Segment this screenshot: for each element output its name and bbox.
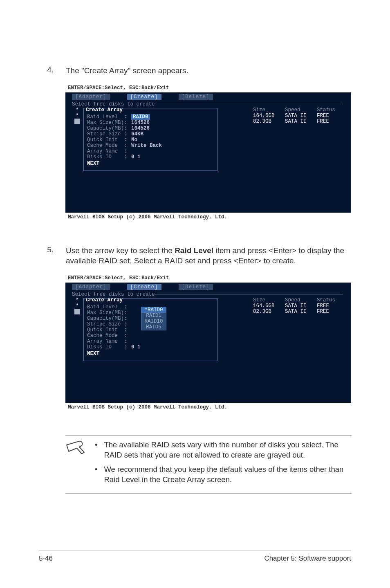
raid-level-dropdown: *RAID0 RAID1 RAID10 RAID5 xyxy=(141,307,166,330)
raid-option-raid10: RAID10 xyxy=(141,319,166,324)
col-size: Size xyxy=(253,107,285,113)
quick-init-label: Quick Init : xyxy=(87,327,131,333)
next-action: NEXT xyxy=(87,351,215,357)
page-footer: 5-46 Chapter 5: Software support xyxy=(39,550,351,563)
disk-select-column: * * xyxy=(71,107,83,171)
table-row: 82.3GB SATA II FREE xyxy=(253,309,341,314)
note-bullet-2: • We recommend that you keep the default… xyxy=(95,465,352,485)
raid-option-raid0: *RAID0 xyxy=(141,307,166,313)
cache-mode-label: Cache Mode : xyxy=(87,333,131,339)
bullet-icon: • xyxy=(95,440,97,460)
bios-footer: Marvell BIOS Setup (c) 2006 Marvell Tech… xyxy=(65,213,351,221)
disk-unselected-icon xyxy=(74,119,80,124)
col-speed: Speed xyxy=(285,107,317,113)
col-status: Status xyxy=(317,297,341,303)
quick-init-value: No xyxy=(131,137,137,143)
raid-option-raid1: RAID1 xyxy=(141,313,166,319)
tab-create: [Create] xyxy=(127,284,161,290)
disks-id-label: Disks ID : xyxy=(87,154,131,160)
disk-unselected-icon xyxy=(74,309,80,314)
raid-option-raid5: RAID5 xyxy=(141,324,166,330)
note-bullet-1: • The available RAID sets vary with the … xyxy=(95,440,352,460)
bios-footer: Marvell BIOS Setup (c) 2006 Marvell Tech… xyxy=(65,403,351,411)
bios-hint-bar: ENTER/SPACE:Select, ESC:Back/Exit xyxy=(65,84,351,92)
stripe-size-label: Stripe Size : xyxy=(87,321,131,327)
tab-adapter: [Adapter] xyxy=(72,284,110,290)
bios-tabs: [Adapter] [Create] [Delete] xyxy=(65,283,351,291)
max-size-label: Max Size(MB): xyxy=(87,310,131,316)
step-number: 5. xyxy=(39,245,54,266)
capacity-label: Capacity(MB): xyxy=(87,126,131,131)
col-size: Size xyxy=(253,297,285,303)
disks-id-value: 0 1 xyxy=(131,344,141,350)
tab-delete: [Delete] xyxy=(179,94,213,100)
capacity-value: 164526 xyxy=(131,126,150,131)
disk-select-column: * * xyxy=(71,297,83,361)
bios-tabs: [Adapter] [Create] [Delete] xyxy=(65,92,351,101)
bios-subheader: Select free disks to create xyxy=(65,291,351,297)
note-block: • The available RAID sets vary with the … xyxy=(65,435,352,494)
stripe-size-value: 64KB xyxy=(131,131,143,137)
step-4: 4. The "Create Array" screen appears. xyxy=(39,65,351,76)
next-action: NEXT xyxy=(87,161,215,166)
disks-id-label: Disks ID : xyxy=(87,344,131,350)
page-number: 5-46 xyxy=(39,554,53,563)
disks-id-value: 0 1 xyxy=(131,154,141,160)
max-size-value: 164526 xyxy=(131,120,150,126)
table-row: 82.3GB SATA II FREE xyxy=(253,119,341,124)
step-number: 4. xyxy=(39,65,54,76)
table-row: 164.6GB SATA II FREE xyxy=(253,113,341,119)
bios-hint-bar: ENTER/SPACE:Select, ESC:Back/Exit xyxy=(65,274,351,283)
disk-selected-icon: * xyxy=(71,303,83,309)
raid-level-label: Raid Level : xyxy=(87,114,131,120)
disk-table: Size Speed Status 164.6GB SATA II FREE 8… xyxy=(253,297,345,361)
step-text: Use the arrow key to select the Raid Lev… xyxy=(66,245,351,266)
note-icon xyxy=(65,440,86,489)
bios-subheader: Select free disks to create xyxy=(65,101,351,107)
tab-delete: [Delete] xyxy=(179,284,213,290)
quick-init-label: Quick Init : xyxy=(87,137,131,143)
create-array-panel: Raid Level :RAID0 Max Size(MB):164526 Ca… xyxy=(83,108,217,171)
disk-selected-icon: * xyxy=(71,297,83,303)
max-size-label: Max Size(MB): xyxy=(87,120,131,126)
col-status: Status xyxy=(317,107,341,113)
raid-level-label: Raid Level : xyxy=(87,304,131,310)
capacity-label: Capacity(MB): xyxy=(87,316,131,321)
col-speed: Speed xyxy=(285,297,317,303)
bios-screenshot-1: ENTER/SPACE:Select, ESC:Back/Exit [Adapt… xyxy=(65,84,351,221)
bullet-icon: • xyxy=(95,465,97,485)
step-text: The "Create Array" screen appears. xyxy=(66,65,351,76)
array-name-label: Array Name : xyxy=(87,148,131,154)
cache-mode-label: Cache Mode : xyxy=(87,143,131,148)
tab-adapter: [Adapter] xyxy=(72,94,110,100)
bios-screenshot-2: ENTER/SPACE:Select, ESC:Back/Exit [Adapt… xyxy=(65,274,351,411)
step-5: 5. Use the arrow key to select the Raid … xyxy=(39,245,351,266)
tab-create: [Create] xyxy=(127,94,161,100)
raid-level-value: RAID0 xyxy=(131,114,150,120)
disk-table: Size Speed Status 164.6GB SATA II FREE 8… xyxy=(253,107,345,171)
table-row: 164.6GB SATA II FREE xyxy=(253,303,341,309)
stripe-size-label: Stripe Size : xyxy=(87,131,131,137)
chapter-title: Chapter 5: Software support xyxy=(264,554,351,563)
cache-mode-value: Write Back xyxy=(131,143,162,148)
disk-selected-icon: * xyxy=(71,107,83,113)
disk-selected-icon: * xyxy=(71,113,83,119)
create-array-panel: Raid Level : Max Size(MB): Capacity(MB):… xyxy=(83,298,217,361)
array-name-label: Array Name : xyxy=(87,339,131,344)
